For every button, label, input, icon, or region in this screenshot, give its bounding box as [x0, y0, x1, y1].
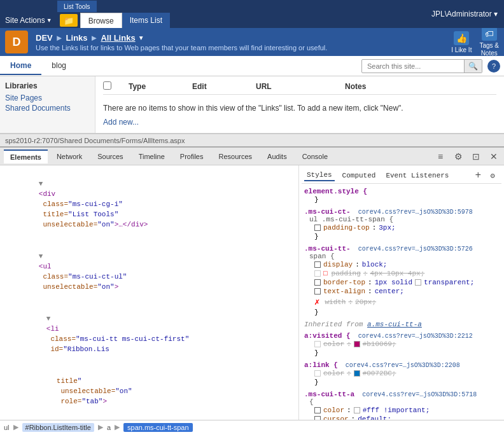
breadcrumb-links[interactable]: Links: [66, 33, 88, 43]
inherited-from-link[interactable]: a.ms-cui-tt-a: [367, 321, 422, 328]
select-all-checkbox[interactable]: [103, 81, 111, 90]
i-like-it-btn[interactable]: 👍 I Like It: [451, 31, 472, 53]
top-right-actions: 👍 I Like It 🏷 Tags & Notes: [451, 27, 499, 57]
toggle-icon[interactable]: [39, 180, 43, 188]
search-button[interactable]: 🔍: [464, 60, 482, 73]
devtools-tab-profiles[interactable]: Profiles: [174, 150, 210, 163]
col-notes: Notes: [345, 82, 396, 91]
dom-line[interactable]: <a class="ms-cui-tt-a" unselectable="on"…: [3, 417, 296, 420]
libraries-title: Libraries: [5, 81, 90, 90]
styles-settings-icon[interactable]: ⚙: [486, 169, 499, 182]
styles-tab-computed[interactable]: Computed: [340, 170, 379, 181]
user-menu[interactable]: JPL\Administrator ▾: [425, 0, 504, 28]
breadcrumb-sep-1: ►: [55, 33, 64, 43]
css-rule-element-style: element.style { }: [304, 188, 499, 204]
add-new-link[interactable]: Add new...: [103, 118, 139, 127]
dom-line[interactable]: <li class="ms-cui-tt ms-cui-ct-first" id…: [3, 303, 296, 365]
breadcrumb: DEV ► Links ► All Links ▼: [36, 33, 446, 43]
css-checkbox[interactable]: [314, 288, 321, 295]
folder-icon-btn[interactable]: 📁: [60, 14, 78, 27]
devtools-tab-timeline[interactable]: Timeline: [132, 150, 171, 163]
tags-notes-icon: 🏷: [482, 27, 497, 41]
devtools-tab-audits[interactable]: Audits: [261, 150, 293, 163]
status-url: sps2010-r2:7070/Shared Documents/Forms/A…: [5, 137, 185, 144]
dev-icon: D: [5, 31, 28, 53]
search-input[interactable]: [362, 60, 464, 72]
devtools-tab-resources[interactable]: Resources: [212, 150, 258, 163]
css-rule-ms-cui-tt-a: .ms-cui-tt-a corev4.css?rev=…jsO%3D%3D:5…: [304, 391, 499, 420]
devtools-icons: ≡ ⚙ ⊡ ✕: [434, 150, 500, 163]
color-swatch: [415, 279, 421, 286]
search-bar: 🔍: [361, 59, 482, 73]
styles-add-rule-btn[interactable]: +: [475, 170, 481, 181]
devtools-tab-sources[interactable]: Sources: [91, 150, 129, 163]
css-checkbox[interactable]: [314, 407, 321, 413]
styles-panel[interactable]: Styles Computed Event Listeners + ⚙ elem…: [299, 165, 504, 420]
styles-toolbar: Styles Computed Event Listeners + ⚙: [302, 168, 501, 184]
tags-notes-btn[interactable]: 🏷 Tags & Notes: [479, 27, 499, 57]
devtools-list-icon[interactable]: ≡: [434, 150, 447, 163]
dom-line[interactable]: <ul class="ms-cui-ct-ul" unselectable="o…: [3, 240, 296, 303]
i-like-it-icon: 👍: [454, 31, 469, 45]
breadcrumb-dev[interactable]: DEV: [36, 33, 53, 43]
col-url: URL: [256, 82, 332, 91]
main-content: Type Edit URL Notes There are no items t…: [95, 76, 504, 133]
breadcrumb-all-links[interactable]: All Links: [101, 33, 135, 43]
dom-line[interactable]: <div class="ms-cui-cg-i" title="List Too…: [3, 168, 296, 240]
col-type: Type: [129, 82, 179, 91]
sidebar-site-pages[interactable]: Site Pages: [5, 93, 90, 103]
css-rule-a-visited: a:visited { corev4.css?rev=…jsO%3D%3D:22…: [304, 332, 499, 357]
tags-notes-label: Tags & Notes: [479, 42, 499, 57]
styles-tab-styles[interactable]: Styles: [304, 170, 335, 181]
sub-nav: Home blog 🔍 ?: [0, 56, 504, 76]
tab-items-list[interactable]: Items List: [122, 13, 170, 28]
sidebar-shared-documents[interactable]: Shared Documents: [5, 103, 90, 113]
sidebar: Libraries Site Pages Shared Documents: [0, 76, 95, 133]
css-checkbox[interactable]: [314, 416, 321, 420]
content-area: Libraries Site Pages Shared Documents Ty…: [0, 76, 504, 134]
bottom-bar: ul ▶ #Ribbon.ListItem-title ▶ a ▶ span.m…: [0, 420, 504, 434]
site-actions-label: Site Actions: [5, 16, 45, 25]
status-bar: sps2010-r2:7070/Shared Documents/Forms/A…: [0, 134, 504, 146]
css-checkbox[interactable]: [314, 341, 321, 347]
site-actions-btn[interactable]: Site Actions ▼: [0, 13, 57, 28]
devtools-dock-icon[interactable]: ⊡: [470, 150, 482, 163]
user-name-label: JPL\Administrator ▾: [431, 10, 498, 18]
css-rule-2: .ms-cui-tt- corev4.css?rev=…jsO%3D%3D:57…: [304, 245, 499, 317]
dom-panel[interactable]: <div class="ms-cui-cg-i" title="List Too…: [0, 165, 299, 420]
toggle-icon[interactable]: [46, 315, 51, 323]
list-header: Type Edit URL Notes: [103, 81, 496, 95]
help-button[interactable]: ?: [487, 60, 500, 73]
tab-browse[interactable]: Browse: [80, 13, 122, 28]
x-mark-icon: ✗: [314, 296, 319, 307]
breadcrumb-span[interactable]: span.ms-cui-tt-span: [123, 423, 193, 432]
devtools-close-icon[interactable]: ✕: [487, 150, 500, 163]
breadcrumb-sep-2: ►: [90, 33, 99, 43]
devtools-tab-console[interactable]: Console: [296, 150, 334, 163]
sidebar-libraries: Libraries Site Pages Shared Documents: [5, 81, 90, 113]
devtools-tab-network[interactable]: Network: [50, 150, 88, 163]
css-checkbox[interactable]: [314, 370, 321, 377]
main-nav: D DEV ► Links ► All Links ▼ Use the Link…: [0, 28, 504, 56]
css-rule-a-link: a:link { corev4.css?rev=…jsO%3D%3D:2208 …: [304, 361, 499, 387]
dom-line[interactable]: title" unselectable="on" role="tab">: [3, 365, 296, 417]
tab-blog[interactable]: blog: [41, 57, 76, 75]
breadcrumb-a[interactable]: a: [107, 424, 111, 431]
list-tools-label: List Tools: [57, 1, 97, 12]
tab-home[interactable]: Home: [0, 57, 41, 75]
css-checkbox[interactable]: [314, 225, 321, 231]
breadcrumb-ribbon[interactable]: #Ribbon.ListItem-title: [22, 423, 94, 432]
folder-icon: 📁: [64, 16, 74, 25]
css-rule-1: .ms-cui-ct- corev4.css?rev=…jsO%3D%3D:59…: [304, 208, 499, 241]
strike-indicator: □: [323, 270, 328, 277]
devtools-tab-elements[interactable]: Elements: [4, 149, 48, 163]
breadcrumb-ul[interactable]: ul: [4, 424, 10, 431]
css-checkbox[interactable]: [314, 279, 321, 286]
devtools-gear-icon[interactable]: ⚙: [452, 150, 465, 163]
styles-tab-event-listeners[interactable]: Event Listeners: [383, 170, 451, 181]
css-checkbox[interactable]: [314, 261, 321, 268]
devtools-toolbar: Elements Network Sources Timeline Profil…: [0, 148, 504, 165]
toggle-icon[interactable]: [39, 253, 43, 260]
breadcrumb-dropdown-icon[interactable]: ▼: [138, 34, 144, 41]
css-checkbox[interactable]: [314, 270, 321, 277]
